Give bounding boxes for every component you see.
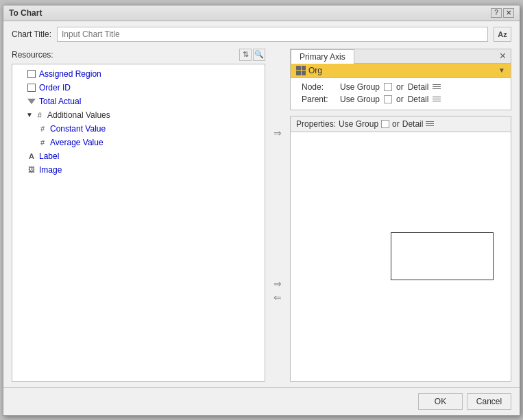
image-icon: 🖼 <box>26 164 37 175</box>
node-or-label: or <box>396 82 404 92</box>
properties-label: Properties: <box>296 119 336 129</box>
parent-use-group-label: Use Group <box>340 95 380 104</box>
properties-detail-icon <box>426 121 434 126</box>
close-button[interactable]: ✕ <box>503 8 514 18</box>
search-button[interactable]: 🔍 <box>253 49 265 61</box>
square-icon <box>26 82 37 93</box>
list-item[interactable]: # Constant Value <box>12 122 265 136</box>
chart-title-input[interactable] <box>57 27 488 42</box>
a-icon: A <box>26 151 37 162</box>
dialog: To Chart ? ✕ Chart Title: Az Resources: … <box>3 5 520 416</box>
az-button[interactable]: Az <box>494 27 511 42</box>
triangle-icon <box>26 96 37 107</box>
ok-button[interactable]: OK <box>418 393 463 410</box>
properties-inner-box <box>391 232 494 280</box>
arrow-left-icon: ⇒ <box>273 278 282 289</box>
transfer-arrows: ⇒ ⇒ ⇐ <box>271 49 284 382</box>
properties-detail-label: Detail <box>402 119 424 129</box>
node-use-group-checkbox[interactable] <box>384 83 392 91</box>
item-label: Total Actual <box>39 97 81 106</box>
right-panel: Primary Axis ✕ Org ▼ Node: Use Group <box>290 49 511 382</box>
title-bar: To Chart ? ✕ <box>3 5 520 21</box>
tab-primary-axis[interactable]: Primary Axis <box>291 49 354 64</box>
item-label: Order ID <box>39 83 71 92</box>
parent-field-row: Parent: Use Group or Detail <box>302 95 502 104</box>
square-icon <box>26 69 37 79</box>
bottom-bar: OK Cancel <box>3 387 520 415</box>
resources-header: Resources: ⇅ 🔍 <box>12 49 265 61</box>
help-button[interactable]: ? <box>491 8 502 18</box>
dialog-title: To Chart <box>9 8 42 18</box>
dialog-content: Chart Title: Az Resources: ⇅ 🔍 <box>3 21 520 387</box>
properties-header: Properties: Use Group or Detail <box>291 116 511 132</box>
parent-label: Parent: <box>302 95 336 104</box>
properties-panel: Properties: Use Group or Detail <box>290 116 511 382</box>
item-label: Assigned Region <box>39 69 101 79</box>
node-use-group-label: Use Group <box>340 82 380 92</box>
list-item[interactable]: Assigned Region <box>12 67 265 81</box>
left-panel: Resources: ⇅ 🔍 Assigned Region <box>12 49 265 382</box>
resources-label: Resources: <box>12 50 53 60</box>
org-icon <box>296 66 306 75</box>
properties-use-group-label: Use Group <box>339 119 378 129</box>
panel-close-button[interactable]: ✕ <box>499 51 507 61</box>
item-label: Constant Value <box>50 124 106 134</box>
node-detail-icon <box>433 84 441 89</box>
dropdown-arrow-icon[interactable]: ▼ <box>498 66 505 74</box>
hash-icon: # <box>37 137 48 148</box>
resources-tree: Assigned Region Order ID Tot <box>12 64 265 382</box>
axis-selected-row: Org ▼ <box>291 64 511 78</box>
parent-detail-icon <box>433 97 441 101</box>
list-item[interactable]: Order ID <box>12 81 265 95</box>
node-label: Node: <box>302 82 336 92</box>
properties-or-label: or <box>392 119 400 129</box>
parent-detail-label: Detail <box>408 95 429 104</box>
cancel-button[interactable]: Cancel <box>467 393 511 410</box>
node-detail-label: Detail <box>408 82 429 92</box>
chart-title-row: Chart Title: Az <box>12 27 511 42</box>
resources-toolbar: ⇅ 🔍 <box>239 49 265 61</box>
list-item[interactable]: ▼ # Additional Values <box>12 108 265 122</box>
parent-or-label: or <box>396 95 404 104</box>
title-buttons: ? ✕ <box>491 8 514 18</box>
arrow-left2-icon: ⇐ <box>273 292 282 303</box>
list-item[interactable]: A Label <box>12 149 265 163</box>
list-item[interactable]: Total Actual <box>12 95 265 108</box>
item-label: Average Value <box>50 138 104 147</box>
hash-icon: # <box>37 123 48 134</box>
item-label: Label <box>39 151 59 161</box>
list-item[interactable]: 🖼 Image <box>12 163 265 177</box>
list-item[interactable]: # Average Value <box>12 136 265 149</box>
properties-body <box>291 132 511 381</box>
arrow-right-icon: ⇒ <box>273 127 282 138</box>
node-field-row: Node: Use Group or Detail <box>302 82 502 92</box>
item-label: Additional Values <box>47 110 110 120</box>
axis-org-label: Org <box>308 66 498 75</box>
chart-title-label: Chart Title: <box>12 29 51 39</box>
main-area: Resources: ⇅ 🔍 Assigned Region <box>12 49 511 382</box>
tab-row: Primary Axis ✕ <box>291 49 511 64</box>
axis-fields: Node: Use Group or Detail Parent: Use Gr… <box>291 78 511 110</box>
expand-arrow-icon: ▼ <box>26 111 33 119</box>
hash-icon: # <box>34 110 45 121</box>
primary-axis-panel: Primary Axis ✕ Org ▼ Node: Use Group <box>290 49 511 110</box>
item-label: Image <box>39 165 62 175</box>
parent-use-group-checkbox[interactable] <box>384 95 392 103</box>
properties-use-group-checkbox[interactable] <box>381 120 389 128</box>
sort-button[interactable]: ⇅ <box>239 49 252 61</box>
